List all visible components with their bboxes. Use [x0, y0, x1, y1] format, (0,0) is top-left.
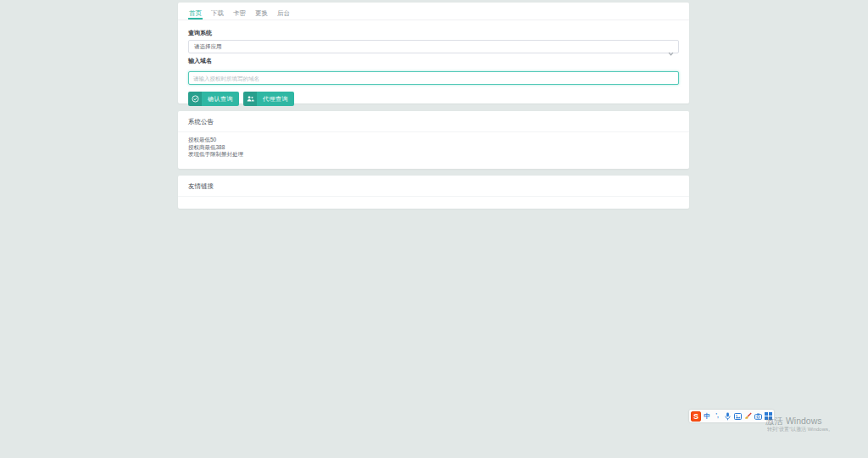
proxy-query-label: 代理查询 — [257, 92, 294, 106]
query-card: 首页 下载 卡密 更换 后台 查询系统 请选择应用 输入域名 确认查询 — [178, 3, 689, 103]
button-row: 确认查询 代理查询 — [188, 92, 679, 106]
system-label: 查询系统 — [188, 30, 679, 36]
watermark-title: 激活 Windows — [765, 416, 833, 426]
emoji-picture-icon[interactable] — [733, 411, 742, 421]
circle-check-icon — [188, 92, 202, 106]
links-body — [178, 197, 689, 205]
punctuation-icon[interactable]: ’, — [713, 411, 721, 421]
confirm-query-label: 确认查询 — [202, 92, 239, 106]
announcement-title: 系统公告 — [178, 111, 689, 132]
screenshot-camera-icon[interactable] — [754, 411, 762, 421]
tab-download[interactable]: 下载 — [210, 5, 225, 20]
notice-line: 授权最低50 — [188, 137, 679, 144]
links-title: 友情链接 — [178, 176, 689, 197]
tab-card-key[interactable]: 卡密 — [232, 5, 247, 20]
proxy-query-button[interactable]: 代理查询 — [243, 92, 294, 106]
domain-label: 输入域名 — [188, 58, 679, 64]
ime-toolbar[interactable]: S 中 ’, — [689, 410, 774, 422]
links-card: 友情链接 — [178, 176, 689, 209]
notice-line: 发现低于限制禁封处理 — [188, 151, 679, 159]
sogou-logo-icon[interactable]: S — [691, 411, 701, 422]
watermark-subtitle: 转到“设置”以激活 Windows。 — [767, 426, 833, 433]
chevron-down-icon — [668, 44, 674, 59]
query-form: 查询系统 请选择应用 输入域名 确认查询 — [178, 20, 689, 106]
notice-line: 授权商最低388 — [188, 144, 679, 152]
microphone-icon[interactable] — [723, 411, 732, 421]
confirm-query-button[interactable]: 确认查询 — [188, 92, 239, 106]
tab-change[interactable]: 更换 — [254, 5, 269, 20]
tab-admin[interactable]: 后台 — [276, 5, 291, 20]
announcement-body: 授权最低50 授权商最低388 发现低于限制禁封处理 — [178, 132, 689, 163]
windows-activation-watermark: 激活 Windows 转到“设置”以激活 Windows。 — [765, 416, 833, 433]
skin-brush-icon[interactable] — [743, 411, 752, 421]
announcement-card: 系统公告 授权最低50 授权商最低388 发现低于限制禁封处理 — [178, 111, 689, 169]
tab-home[interactable]: 首页 — [188, 5, 203, 20]
app-select-value: 请选择应用 — [194, 43, 222, 51]
chinese-mode-icon[interactable]: 中 — [703, 411, 711, 421]
app-select[interactable]: 请选择应用 — [188, 40, 679, 53]
users-icon — [243, 92, 257, 106]
tab-bar: 首页 下载 卡密 更换 后台 — [178, 3, 689, 20]
desktop: { "page": { "background": "#e2e8e7", "ac… — [0, 0, 868, 458]
domain-input[interactable] — [188, 71, 679, 85]
